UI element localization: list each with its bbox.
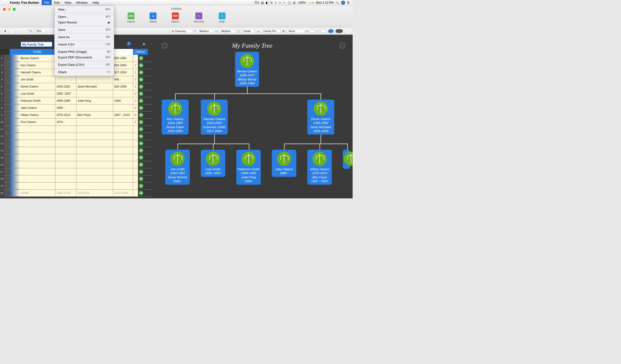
tree-canvas[interactable]: My Family Tree − + Bernie Owens1895-1977… [152,35,353,198]
table-row[interactable]: 11+ [0,126,152,133]
table-row[interactable]: 14+ [0,147,152,154]
tree-node-joe[interactable]: Joe Smith1940-1997Susie Nichols1946 - [165,150,190,185]
add-row-button[interactable]: + [138,168,144,175]
layout-button[interactable]: ▣ [2,29,8,33]
cell-spouse[interactable]: Janet Michaels [76,83,113,90]
spotlight-icon[interactable]: 🔍 [335,1,339,4]
table-row[interactable]: 8Jake Owens1965 -5+ [0,104,152,111]
cell-dates[interactable]: 1955 -2007 [55,90,76,97]
toolbar-records[interactable]: ≡Records [194,13,204,23]
theme-select[interactable]: Family Pro [262,29,281,33]
cell-name[interactable] [19,175,55,182]
text-color-swatch[interactable] [310,29,315,33]
cell-parent[interactable]: 1 [133,62,138,69]
cell-name[interactable] [19,133,55,140]
cell-parent[interactable]: 5 [133,104,138,111]
cell-sdates[interactable] [113,126,133,133]
background-select[interactable]: None [287,29,304,33]
cell-name[interactable]: Joe Smith [19,76,55,83]
cell-name[interactable] [19,182,55,189]
tree-node-jake[interactable]: Jake Owens1965 - [272,150,296,177]
table-row[interactable]: 10Pius Owens1974 -5+ [0,119,152,126]
tree-button[interactable]: ⛶ [10,29,15,33]
cell-sdates[interactable] [113,161,133,168]
toolbar-import[interactable]: CSVImport [127,13,135,23]
add-row-button[interactable]: + [138,182,144,189]
cell-parent[interactable] [133,175,138,182]
cell-parent[interactable]: 5 [133,111,138,118]
table-row[interactable]: 6Lisa Smith1955 -20073+ [0,90,152,97]
cell-spouse[interactable] [76,133,113,140]
file-menu-export-png-image-[interactable]: Export PNG (Image)⌘I [55,49,114,55]
cell-spouse[interactable] [76,104,113,111]
cell-parent[interactable] [133,147,138,154]
cell-dates[interactable]: 1949-1990 [55,97,76,104]
add-row-button[interactable]: + [138,147,144,154]
zoom-icon[interactable]: 🔍 [29,29,32,32]
toolbar-help[interactable]: iHelp [219,13,225,23]
file-menu-import-csv[interactable]: Import CSV⇧⌘I [55,42,114,47]
toolbar-export[interactable]: PDFExport [172,13,179,23]
file-menu-open-[interactable]: Open...⌘O [55,14,114,20]
cell-name[interactable]: Hannah Owens [19,69,55,76]
close-button[interactable] [3,8,6,11]
cell-spouse[interactable] [76,126,113,133]
cell-sdates[interactable]: 1967 - 2010 [113,111,133,118]
cell-name[interactable]: Peterson Smith [19,97,55,104]
add-row-button[interactable]: + [138,161,144,168]
zoom-out-button[interactable]: − [162,43,168,48]
cell-spouse[interactable]: Juliet King [76,97,113,104]
add-row-button[interactable]: + [138,83,144,90]
tree-node-lisa[interactable]: Lisa Smith1955 -2007 [201,150,225,177]
tree-node-ken[interactable]: Ken Owens1928-1993Jessie Falon1933-2003 [162,100,189,135]
cell-spouse[interactable] [76,182,113,189]
cell-parent[interactable] [133,133,138,140]
cell-dates[interactable] [55,140,76,147]
cell-parent[interactable]: 3 [133,76,138,83]
cell-spouse[interactable] [76,147,113,154]
file-menu-open-recent[interactable]: Open Recent▶ [55,20,114,25]
cell-name[interactable]: NAME [19,190,55,196]
cell-sdates[interactable]: 946 - [113,76,133,83]
cell-spouse[interactable] [76,90,113,97]
menu-help[interactable]: Help [90,0,102,5]
minimize-button[interactable] [8,8,11,11]
cell-sdates[interactable]: 933-2003 [113,62,133,69]
cell-parent[interactable]: 3 [133,97,138,104]
cell-dates[interactable] [55,154,76,161]
col-sdates[interactable]: → [113,49,133,55]
add-row-button[interactable]: + [138,111,144,118]
add-row-button[interactable]: + [138,90,144,97]
tree-node-derek[interactable]: Derek Owens1935-2002Janet Michaels1929-2… [307,100,334,135]
table-row[interactable]: 15+ [0,154,152,161]
cell-sdates[interactable] [113,104,133,111]
cell-parent[interactable] [133,126,138,133]
cell-sdates[interactable]: 1915-1999 [113,190,133,196]
cell-parent[interactable] [133,161,138,168]
cell-spouse[interactable] [76,175,113,182]
notification-icon[interactable]: ☰ [347,1,350,4]
table-row[interactable]: 17+ [0,168,152,175]
cell-parent[interactable]: 5 [133,119,138,126]
cell-parent[interactable] [133,140,138,147]
table-row[interactable]: 4Joe Smith946 -3+ [0,76,152,83]
col-name[interactable]: NAME [19,49,55,55]
siri-icon[interactable] [341,1,345,5]
tree-node-hannah[interactable]: Hannah Owens1933-2003Suleiman Smith1917-… [201,100,228,135]
cell-dates[interactable] [55,168,76,175]
cell-spouse[interactable] [76,154,113,161]
add-row-button[interactable]: + [138,69,144,76]
cell-sdates[interactable] [113,140,133,147]
cell-dates[interactable]: 1935-2002 [55,83,76,90]
file-menu-save-as[interactable]: Save As⌘F [55,34,114,40]
cell-dates[interactable]: 1965 - [55,104,76,111]
cell-name[interactable] [19,126,55,133]
cell-spouse[interactable] [76,140,113,147]
cell-name[interactable]: Ken Owens [19,62,55,69]
cell-name[interactable] [19,168,55,175]
cell-spouse[interactable] [76,168,113,175]
add-row-button[interactable]: + [138,154,144,161]
help-badge[interactable]: ? [127,42,131,46]
cell-parent[interactable] [133,55,138,62]
add-row-button[interactable]: + [138,62,144,69]
